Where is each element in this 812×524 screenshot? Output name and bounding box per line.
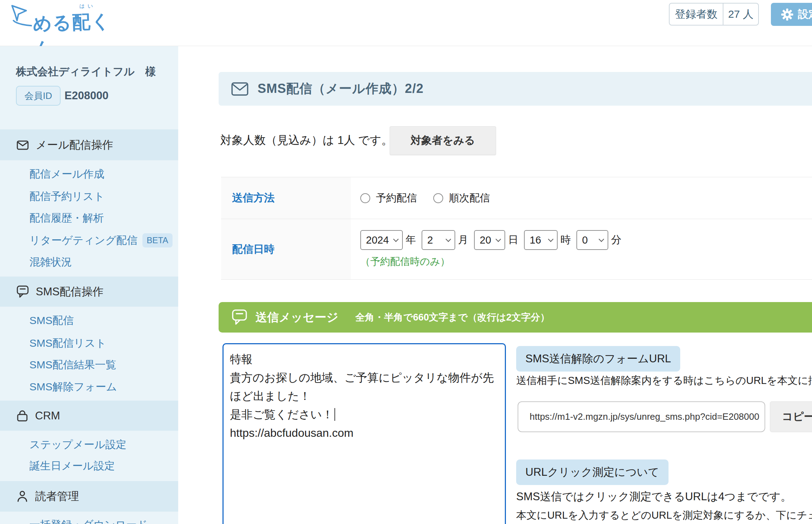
sidebar-section-label: SMS配信操作 <box>36 284 103 299</box>
paper-plane-icon <box>10 2 32 27</box>
sidebar-section-readers[interactable]: 読者管理 <box>0 481 178 512</box>
month-value: 2 <box>427 234 433 246</box>
sidebar-item-label: 配信履歴・解析 <box>29 211 104 225</box>
settings-button-label: 設定 <box>798 7 812 22</box>
minute-select[interactable]: 0 <box>576 230 608 250</box>
beta-badge: BETA <box>142 233 173 247</box>
month-select[interactable]: 2 <box>422 230 455 250</box>
radio-circle[interactable] <box>360 193 370 203</box>
unsubscribe-url-input[interactable]: https://m1-v2.mgzn.jp/sys/unreg_sms.php?… <box>518 401 765 432</box>
sms-bubble-icon <box>231 309 248 325</box>
hour-select[interactable]: 16 <box>524 230 558 250</box>
message-textarea[interactable]: 特報 貴方のお探しの地域、ご予算にピッタリな物件が先ほど出ました！ 是非ご覧くだ… <box>222 343 506 524</box>
mail-icon <box>17 139 29 151</box>
audience-count-text: 対象人数（見込み）は 1人 です。 <box>220 133 393 148</box>
chevron-down-icon <box>393 236 399 242</box>
radio-circle[interactable] <box>433 193 443 203</box>
delivery-form: 送信方法 予約配信 順次配信 配信日時 <box>221 177 812 280</box>
registered-count-label: 登録者数 <box>670 7 723 22</box>
sidebar-item-sms-results[interactable]: SMS配信結果一覧 <box>29 358 116 371</box>
sidebar-item-history-analysis[interactable]: 配信履歴・解析 <box>29 212 104 224</box>
minute-value: 0 <box>582 234 588 246</box>
radio-label: 予約配信 <box>376 191 417 205</box>
member-id-badge: 会員ID <box>16 86 61 106</box>
sidebar-item-sms-list[interactable]: SMS配信リスト <box>29 337 106 350</box>
user-icon <box>17 490 28 502</box>
logo-furigana: はい <box>79 3 96 10</box>
sidebar-section-label: CRM <box>35 409 60 422</box>
radio-sequential-delivery[interactable]: 順次配信 <box>433 191 490 205</box>
sidebar-item-label: SMS配信結果一覧 <box>29 358 116 372</box>
message-line: https://abcfudousan.com <box>230 424 497 442</box>
year-select[interactable]: 2024 <box>360 230 403 250</box>
chevron-down-icon <box>496 236 501 242</box>
year-value: 2024 <box>366 234 389 246</box>
year-unit: 年 <box>406 233 416 247</box>
message-banner-hint: 全角・半角で660文字まで（改行は2文字分） <box>355 311 550 324</box>
schedule-note: （予約配信時のみ） <box>360 255 812 268</box>
sms-icon <box>17 285 29 298</box>
sidebar-section-crm[interactable]: CRM <box>0 401 178 431</box>
sidebar-item-sms-send[interactable]: SMS配信 <box>29 314 74 327</box>
day-select[interactable]: 20 <box>474 230 505 250</box>
sidebar-item-create-mail[interactable]: 配信メール作成 <box>29 168 104 180</box>
sidebar-item-label: 誕生日メール設定 <box>29 459 115 473</box>
sidebar-item-birthday-mail[interactable]: 誕生日メール設定 <box>29 459 115 472</box>
app-logo[interactable]: はい める配くん <box>10 2 130 35</box>
top-header: はい める配くん 登録者数 27 人 設定 <box>0 0 812 46</box>
sidebar-section-label: 読者管理 <box>35 489 79 504</box>
sidebar-item-label: 配信メール作成 <box>29 167 104 182</box>
message-line: 貴方のお探しの地域、ご予算にピッタリな物件が先ほど出ました！ <box>230 368 497 405</box>
click-tracking-title: URLクリック測定について <box>516 459 669 485</box>
click-tracking-line2: 本文にURLを入力するとどのURLを測定対象にするか、下にチェック <box>516 508 812 523</box>
member-id-label: 会員ID <box>24 90 52 102</box>
send-method-row: 送信方法 予約配信 順次配信 <box>221 177 812 219</box>
sidebar-item-retargeting[interactable]: リターゲティング配信 BETA <box>29 234 173 247</box>
sidebar-section-label: メール配信操作 <box>36 138 113 152</box>
message-line-text: 是非ご覧ください！ <box>230 408 333 421</box>
chevron-down-icon <box>599 236 604 242</box>
registered-count-value: 27 人 <box>723 4 758 25</box>
radio-label: 順次配信 <box>449 191 490 205</box>
schedule-label: 配信日時 <box>221 219 351 279</box>
sidebar-section-mail[interactable]: メール配信操作 <box>0 129 178 160</box>
chevron-down-icon <box>446 236 451 242</box>
radio-reserved-delivery[interactable]: 予約配信 <box>360 191 417 205</box>
sidebar-item-label: SMS配信 <box>29 313 74 328</box>
send-method-label: 送信方法 <box>221 177 351 219</box>
settings-button[interactable]: 設定 <box>771 3 812 26</box>
hour-value: 16 <box>530 234 541 246</box>
mail-title-icon <box>231 82 248 96</box>
sidebar-item-label: ステップメール設定 <box>29 437 126 452</box>
sidebar-section-sms[interactable]: SMS配信操作 <box>0 277 178 307</box>
company-name: 株式会社ディライトフル 様 <box>16 65 156 79</box>
sidebar-item-bulk-register-download[interactable]: 一括登録・ダウンロード <box>29 518 148 524</box>
unsubscribe-url-value: https://m1-v2.mgzn.jp/sys/unreg_sms.php?… <box>530 411 759 422</box>
message-line: 是非ご覧ください！ <box>230 405 497 424</box>
copy-url-button[interactable]: コピー <box>770 401 812 432</box>
sidebar-item-label: SMS解除フォーム <box>29 380 117 394</box>
sidebar-item-step-mail[interactable]: ステップメール設定 <box>29 438 126 451</box>
chevron-down-icon <box>548 236 554 242</box>
day-unit: 日 <box>508 233 518 247</box>
sidebar-item-label: 配信予約リスト <box>29 189 105 204</box>
unsubscribe-url-title: SMS送信解除のフォームURL <box>516 346 680 372</box>
message-section-banner: 送信メッセージ 全角・半角で660文字まで（改行は2文字分） <box>219 302 812 333</box>
lock-icon <box>17 410 28 422</box>
message-line: 特報 <box>230 350 497 368</box>
minute-unit: 分 <box>611 233 621 247</box>
app-root: はい める配くん 登録者数 27 人 設定 株式会社ディライトフル 様 <box>0 0 812 524</box>
sidebar-item-label: 一括登録・ダウンロード <box>29 518 148 524</box>
sidebar-item-reservation-list[interactable]: 配信予約リスト <box>29 190 105 203</box>
text-cursor <box>334 408 335 421</box>
registered-count-pill: 登録者数 27 人 <box>669 3 759 26</box>
sidebar-item-sms-unsubscribe-form[interactable]: SMS解除フォーム <box>29 380 117 393</box>
page-title: SMS配信（メール作成）2/2 <box>258 80 424 97</box>
member-id-value: E208000 <box>64 89 108 102</box>
unsubscribe-url-description: 送信相手にSMS送信解除案内をする時はこちらのURLを本文に挿入し <box>516 374 812 388</box>
view-audience-button[interactable]: 対象者をみる <box>390 126 496 155</box>
sidebar: 株式会社ディライトフル 様 会員ID E208000 メール配信操作 配信メール… <box>0 46 178 524</box>
sidebar-item-congestion[interactable]: 混雑状況 <box>29 256 72 268</box>
gear-icon <box>781 8 794 21</box>
month-unit: 月 <box>458 233 468 247</box>
